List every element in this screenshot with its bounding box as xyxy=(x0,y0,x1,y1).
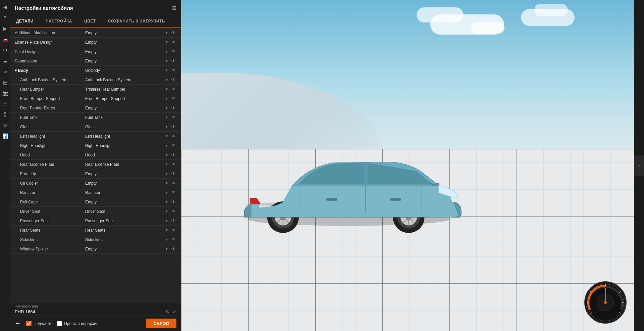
rear-door-handle xyxy=(326,198,337,201)
eye-toggle-icon[interactable]: 👁 xyxy=(170,228,176,233)
dropdown-arrow-icon[interactable]: ▼ xyxy=(165,31,168,35)
part-name: Rear Fender Flares xyxy=(15,106,85,110)
part-value-container: Left Headlight▼👁 xyxy=(85,134,176,139)
sidebar-icon-settings[interactable]: ⚙ xyxy=(1,121,9,130)
dropdown-arrow-icon[interactable]: ▼ xyxy=(165,181,168,185)
license-refresh-icon[interactable]: ↻ xyxy=(166,309,170,314)
part-name: Rear License Plate xyxy=(15,162,85,167)
sidebar-icon-1[interactable]: ◀ xyxy=(1,3,9,11)
tab-details[interactable]: ДЕТАЛИ xyxy=(10,15,40,28)
part-value-container: Empty▼👁 xyxy=(85,171,176,176)
eye-toggle-icon[interactable]: 👁 xyxy=(170,68,176,73)
part-value-container: Empty▼👁 xyxy=(85,181,176,186)
dropdown-arrow-icon[interactable]: ▼ xyxy=(165,191,168,194)
eye-toggle-icon[interactable]: 👁 xyxy=(170,40,176,45)
eye-toggle-icon[interactable]: 👁 xyxy=(170,115,176,120)
part-value: Empty xyxy=(85,181,163,186)
sidebar-icon-sliders[interactable]: 🎛 xyxy=(1,110,9,119)
eye-toggle-icon[interactable]: 👁 xyxy=(170,246,176,251)
panel-footer: ← Подчасти Простая иерархия СБРОС xyxy=(10,316,181,331)
sidebar-icon-car[interactable]: 🚗 xyxy=(1,35,9,44)
dropdown-arrow-icon[interactable]: ▼ xyxy=(165,115,168,119)
dropdown-arrow-icon[interactable]: ▼ xyxy=(165,97,168,100)
eye-toggle-icon[interactable]: 👁 xyxy=(170,209,176,214)
part-name: Additional Modification xyxy=(15,31,85,35)
right-collapse-tab[interactable]: › xyxy=(634,155,644,176)
eye-toggle-icon[interactable]: 👁 xyxy=(170,237,176,242)
sidebar-icon-menu[interactable]: ☰ xyxy=(1,99,9,108)
dropdown-arrow-icon[interactable]: ▼ xyxy=(165,134,168,138)
eye-toggle-icon[interactable]: 👁 xyxy=(170,199,176,204)
dropdown-arrow-icon[interactable]: ▼ xyxy=(165,247,168,251)
dropdown-arrow-icon[interactable]: ▼ xyxy=(165,162,168,166)
part-name: Front Lip xyxy=(15,172,85,176)
part-name: Window Spoiler xyxy=(15,247,85,251)
eye-toggle-icon[interactable]: 👁 xyxy=(170,87,176,92)
tab-settings[interactable]: НАСТРОЙКА xyxy=(40,15,78,27)
part-value-container: Fuel Tank▼👁 xyxy=(85,115,176,120)
eye-toggle-icon[interactable]: 👁 xyxy=(170,124,176,129)
eye-toggle-icon[interactable]: 👁 xyxy=(170,96,176,101)
part-row: Paint DesignEmpty▼👁 xyxy=(10,47,181,56)
eye-toggle-icon[interactable]: 👁 xyxy=(170,218,176,223)
part-row: Driver SeatDriver Seat▼👁 xyxy=(10,207,181,216)
reset-button[interactable]: СБРОС xyxy=(146,319,176,328)
part-row: Left HeadlightLeft Headlight▼👁 xyxy=(10,132,181,141)
dropdown-arrow-icon[interactable]: ▼ xyxy=(165,209,168,213)
dropdown-arrow-icon[interactable]: ▼ xyxy=(165,172,168,176)
dropdown-arrow-icon[interactable]: ▼ xyxy=(165,125,168,129)
dropdown-arrow-icon[interactable]: ▼ xyxy=(165,78,168,82)
part-name: Rear Seats xyxy=(15,228,85,233)
part-value-container: Right Headlight▼👁 xyxy=(85,143,176,148)
eye-toggle-icon[interactable]: 👁 xyxy=(170,152,176,157)
panel-copy-icon[interactable]: ⊞ xyxy=(172,5,176,11)
eye-toggle-icon[interactable]: 👁 xyxy=(170,181,176,186)
dropdown-arrow-icon[interactable]: ▼ xyxy=(165,219,168,223)
part-value: Empty xyxy=(85,247,163,251)
eye-toggle-icon[interactable]: 👁 xyxy=(170,58,176,63)
sidebar-icon-chart[interactable]: 📊 xyxy=(1,132,9,140)
sidebar-icon-2[interactable]: ? xyxy=(1,13,9,22)
eye-toggle-icon[interactable]: 👁 xyxy=(170,49,176,54)
tab-save[interactable]: СОХРАНИТЬ & ЗАГРУЗИТЬ xyxy=(102,15,171,27)
part-row: Front Bumper SupportFront Bumper Support… xyxy=(10,94,181,103)
part-value-container: Empty▼👁 xyxy=(85,40,176,45)
sidebar-icon-camera[interactable]: 📷 xyxy=(1,89,9,97)
sidebar-icon-cloud[interactable]: ☁ xyxy=(1,56,9,65)
dropdown-arrow-icon[interactable]: ▼ xyxy=(165,106,168,110)
eye-toggle-icon[interactable]: 👁 xyxy=(170,162,176,167)
eye-toggle-icon[interactable]: 👁 xyxy=(170,30,176,35)
dropdown-arrow-icon[interactable]: ▼ xyxy=(165,228,168,232)
dropdown-arrow-icon[interactable]: ▼ xyxy=(165,144,168,147)
eye-toggle-icon[interactable]: 👁 xyxy=(170,134,176,139)
eye-toggle-icon[interactable]: 👁 xyxy=(170,77,176,82)
subparts-group: Подчасти xyxy=(26,321,51,326)
sidebar-icon-list[interactable]: ▤ xyxy=(1,78,9,87)
subparts-checkbox[interactable] xyxy=(26,321,32,326)
simple-hierarchy-checkbox[interactable] xyxy=(57,321,62,326)
eye-toggle-icon[interactable]: 👁 xyxy=(170,105,176,110)
dropdown-arrow-icon[interactable]: ▼ xyxy=(165,238,168,241)
dropdown-arrow-icon[interactable]: ▼ xyxy=(165,153,168,157)
tab-color[interactable]: ЦВЕТ xyxy=(78,15,102,27)
back-button[interactable]: ← xyxy=(15,320,21,327)
part-row: License Plate DesignEmpty▼👁 xyxy=(10,38,181,47)
dropdown-arrow-icon[interactable]: ▼ xyxy=(165,40,168,44)
part-value-container: Empty▼👁 xyxy=(85,246,176,251)
dropdown-arrow-icon[interactable]: ▼ xyxy=(165,87,168,91)
sidebar-icon-loop[interactable]: ∞ xyxy=(1,67,9,76)
eye-toggle-icon[interactable]: 👁 xyxy=(170,190,176,195)
dropdown-arrow-icon[interactable]: ▼ xyxy=(165,200,168,204)
part-row: RadiatorRadiator▼👁 xyxy=(10,188,181,197)
dropdown-arrow-icon[interactable]: ▼ xyxy=(165,50,168,53)
eye-toggle-icon[interactable]: 👁 xyxy=(170,143,176,148)
sidebar-icon-3[interactable]: ▶ xyxy=(1,24,9,33)
license-input[interactable] xyxy=(15,309,163,314)
part-value-container: Driver Seat▼👁 xyxy=(85,209,176,214)
dropdown-arrow-icon[interactable]: ▼ xyxy=(165,68,168,72)
sidebar-icon-gear[interactable]: ⚙ xyxy=(1,46,9,54)
dropdown-arrow-icon[interactable]: ▼ xyxy=(165,59,168,63)
license-check-icon[interactable]: ✓ xyxy=(172,309,176,314)
eye-toggle-icon[interactable]: 👁 xyxy=(170,171,176,176)
part-value-container: Passenger Seat▼👁 xyxy=(85,218,176,223)
